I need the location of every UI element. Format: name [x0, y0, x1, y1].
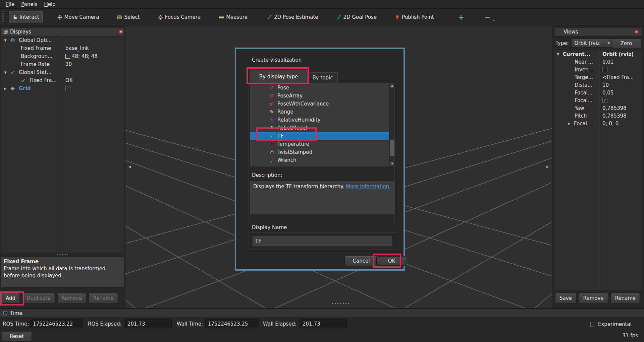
list-item-pose[interactable]: Pose [250, 84, 389, 92]
tree-row[interactable]: ▼Global Stat... [1, 68, 124, 76]
add-button[interactable]: Add [1, 293, 20, 303]
property-value[interactable]: 0,05 [602, 89, 613, 96]
tree-row[interactable]: Fixed Fra...OK [1, 76, 124, 84]
tree-row[interactable]: Focal...✓ [554, 96, 642, 104]
tree-row[interactable]: Dista...10 [554, 81, 642, 89]
tree-row[interactable]: Targe...<Fixed Fra... [554, 73, 642, 81]
tree-row[interactable]: ▶Focal...0; 0; 0 [554, 120, 642, 127]
property-value[interactable]: base_link [65, 44, 89, 52]
tree-row[interactable]: Frame Rate30 [1, 60, 124, 68]
expander-closed-icon[interactable]: ▶ [3, 87, 10, 90]
tree-row[interactable]: Focal...0,05 [554, 89, 642, 96]
scroll-down-icon[interactable]: ▼ [389, 161, 395, 166]
tool-move-camera[interactable]: Move Camera [54, 11, 103, 23]
close-icon[interactable] [634, 29, 639, 34]
list-item-tf[interactable]: TF [250, 132, 389, 140]
expander-open-icon[interactable]: ▼ [3, 71, 10, 74]
list-item-twiststamped[interactable]: TwistStamped [250, 148, 389, 156]
reset-button[interactable]: Reset [2, 331, 32, 341]
expander-closed-icon[interactable]: ▶ [567, 122, 574, 125]
tool-label: 2D Goal Pose [343, 14, 377, 20]
tool-focus-camera[interactable]: Focus Camera [155, 11, 204, 23]
pose-array-icon [269, 93, 277, 98]
tool-measure[interactable]: Measure [215, 11, 251, 23]
tree-row[interactable]: Yaw0,785398 [554, 104, 642, 112]
property-value[interactable]: 0,785398 [602, 112, 627, 120]
collapse-left-panel-icon[interactable]: ◀ [127, 163, 132, 171]
tab-by-topic[interactable]: By topic [308, 72, 338, 83]
property-value[interactable]: Orbit (rviz) [602, 50, 634, 58]
display-name-input[interactable] [252, 236, 392, 247]
tree-row[interactable]: Backgroun...48; 48; 48 [1, 52, 124, 60]
tree-row-name: Focal... [554, 89, 592, 96]
tree-row[interactable]: ▼Current...Orbit (rviz) [554, 50, 642, 58]
tool-2d-goal-pose[interactable]: 2D Goal Pose [333, 11, 380, 23]
close-icon[interactable] [119, 29, 123, 34]
description-suffix: . [389, 184, 391, 190]
property-value[interactable]: ✓ [65, 84, 70, 92]
cancel-button[interactable]: Cancel [344, 256, 378, 266]
checkbox[interactable] [602, 67, 607, 72]
property-value[interactable]: 0,785398 [602, 104, 627, 112]
save-button[interactable]: Save [555, 293, 576, 303]
menu-help[interactable]: Help [41, 1, 59, 8]
time-field-value[interactable]: 201.73 [125, 320, 172, 328]
tree-row[interactable]: ▼Global Opti... [1, 36, 124, 44]
list-item-range[interactable]: Range [250, 108, 389, 116]
display-name-label: Display Name [252, 224, 287, 230]
collapse-right-panel-icon[interactable]: ▶ [545, 163, 550, 171]
tree-row-name: ▼Current... [554, 50, 590, 58]
more-information-link[interactable]: More Information [346, 184, 389, 190]
tool-2d-pose-estimate[interactable]: 2D Pose Estimate [264, 11, 322, 23]
property-value[interactable]: 0; 0; 0 [602, 120, 619, 127]
scrollbar-thumb[interactable] [390, 139, 395, 156]
rename-button[interactable]: Rename [611, 293, 640, 303]
experimental-checkbox[interactable] [590, 322, 595, 327]
tree-row[interactable]: Fixed Framebase_link [1, 44, 124, 52]
list-item-posewithcovariance[interactable]: PoseWithCovariance [250, 100, 389, 108]
list-item-wrench[interactable]: Wrench [250, 156, 389, 164]
view-type-dropdown[interactable]: Orbit (rviz ▼ [572, 39, 612, 48]
menu-file[interactable]: File [3, 1, 18, 8]
list-item-posearray[interactable]: PoseArray [250, 92, 389, 100]
experimental-toggle[interactable]: Experimental [590, 321, 632, 327]
tree-row[interactable]: ▶Grid✓ [1, 84, 124, 92]
property-value[interactable]: ✓ [602, 96, 607, 104]
list-item-robotmodel[interactable]: RobotModel [250, 124, 389, 132]
property-value[interactable] [602, 66, 607, 73]
add-tool-button[interactable]: + [455, 13, 468, 21]
checkbox[interactable]: ✓ [65, 86, 70, 91]
remove-tool-button[interactable]: −▾ [481, 13, 494, 21]
property-value[interactable]: 10 [602, 81, 609, 89]
property-value[interactable]: 30 [65, 60, 72, 68]
checkbox[interactable]: ✓ [602, 98, 607, 103]
splitter-handle[interactable] [57, 254, 68, 255]
tool-interact[interactable]: Interact [9, 11, 43, 23]
remove-button[interactable]: Remove [579, 293, 608, 303]
tool-select[interactable]: Select [114, 11, 143, 23]
bottom-splitter-handle[interactable] [332, 303, 351, 304]
expander-open-icon[interactable]: ▼ [3, 39, 10, 42]
tree-row[interactable]: Pitch0,785398 [554, 112, 642, 120]
tree-row[interactable]: Near ...0,01 [554, 58, 642, 66]
toolbar-drag-handle[interactable] [2, 11, 4, 23]
menu-panels[interactable]: Panels [18, 1, 41, 8]
scroll-up-icon[interactable]: ▲ [389, 83, 395, 88]
property-value-text: 0,785398 [602, 113, 627, 119]
property-value[interactable]: 0,01 [602, 58, 613, 66]
time-field-value[interactable]: 1752246523.25 [205, 320, 258, 328]
tree-row[interactable]: Inver... [554, 66, 642, 73]
zero-button[interactable]: Zero [611, 39, 641, 48]
list-scrollbar[interactable]: ▲ ▼ [389, 83, 394, 166]
property-value[interactable]: <Fixed Fra... [602, 73, 634, 81]
property-value[interactable]: 48; 48; 48 [65, 52, 98, 60]
list-item-temperature[interactable]: Temperature [250, 140, 389, 148]
time-field-value[interactable]: 1752246523.22 [30, 320, 83, 328]
expander-open-icon[interactable]: ▼ [556, 52, 563, 56]
tool-publish-point[interactable]: Publish Point [391, 11, 437, 23]
tab-by-display-type[interactable]: By display type [250, 70, 308, 83]
time-field-value[interactable]: 201.73 [300, 320, 347, 328]
property-value[interactable]: OK [65, 76, 73, 84]
list-item-relativehumidity[interactable]: RelativeHumidity [250, 116, 389, 124]
ok-button[interactable]: OK [376, 256, 407, 266]
